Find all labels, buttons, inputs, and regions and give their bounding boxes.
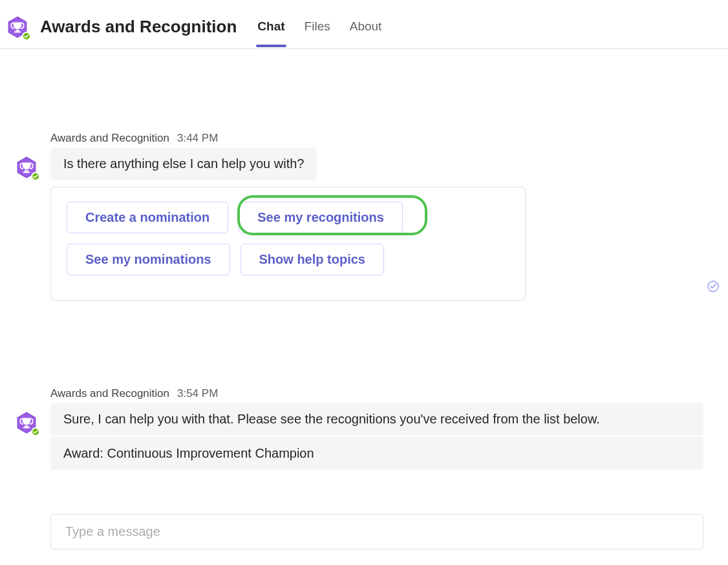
message-composer[interactable] — [50, 514, 703, 549]
message-sender: Awards and Recognition — [50, 387, 169, 400]
chat-header: Awards and Recognition Chat Files About — [0, 0, 728, 49]
message-body: Awards and Recognition 3:44 PM Is there … — [50, 132, 703, 301]
message-bubble: Award: Continuous Improvement Champion — [50, 437, 703, 470]
message-time: 3:54 PM — [177, 387, 218, 400]
suggested-actions-card: Create a nomination See my recognitions … — [50, 187, 526, 301]
message-body: Awards and Recognition 3:54 PM Sure, I c… — [50, 387, 703, 470]
presence-available-icon — [31, 172, 40, 181]
show-help-topics-button[interactable]: Show help topics — [241, 244, 384, 275]
message-bot-avatar — [16, 156, 37, 178]
message-avatar-column — [16, 387, 50, 434]
message-bubble: Is there anything else I can help you wi… — [50, 147, 317, 180]
read-receipt-icon — [707, 281, 719, 292]
card-row: Create a nomination See my recognitions — [67, 202, 509, 233]
presence-available-icon — [22, 32, 31, 41]
page-title: Awards and Recognition — [40, 17, 237, 37]
card-row: See my nominations Show help topics — [67, 244, 509, 275]
see-my-recognitions-button[interactable]: See my recognitions — [239, 202, 403, 233]
header-tabs: Chat Files About — [256, 5, 383, 48]
message-sender: Awards and Recognition — [50, 132, 169, 145]
message-input[interactable] — [64, 524, 690, 540]
create-nomination-button[interactable]: Create a nomination — [67, 202, 228, 233]
message-bubble: Sure, I can help you with that. Please s… — [50, 403, 703, 436]
message-meta: Awards and Recognition 3:54 PM — [50, 387, 703, 400]
message-time: 3:44 PM — [177, 132, 218, 145]
see-my-nominations-button[interactable]: See my nominations — [67, 244, 230, 275]
tab-files[interactable]: Files — [303, 8, 332, 47]
message-bot-avatar — [16, 412, 37, 434]
chat-scroll-area: Awards and Recognition 3:44 PM Is there … — [0, 49, 728, 565]
presence-available-icon — [31, 427, 40, 436]
message-block: Awards and Recognition 3:44 PM Is there … — [0, 132, 728, 301]
tab-chat[interactable]: Chat — [256, 8, 286, 47]
header-bot-avatar — [6, 16, 28, 38]
tab-about[interactable]: About — [348, 8, 383, 47]
message-block: Awards and Recognition 3:54 PM Sure, I c… — [0, 387, 728, 470]
message-meta: Awards and Recognition 3:44 PM — [50, 132, 703, 145]
message-avatar-column — [16, 132, 50, 178]
